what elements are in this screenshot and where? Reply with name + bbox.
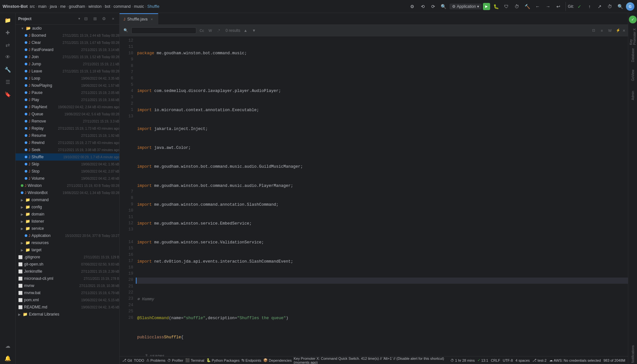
tree-file-readme[interactable]: ⬜ README.md 19/06/2022 04:42, 3.45 kB	[16, 304, 119, 311]
tree-file-play[interactable]: J Play 27/11/2021 15:19, 3.66 kB	[16, 96, 119, 103]
right-icon-notifications[interactable]: Notifications	[629, 344, 637, 364]
toolbar-btn-1[interactable]: ⚙	[408, 2, 417, 11]
tree-file-boomed[interactable]: J Boomed 27/11/2021 15:19, 2.44 kB Today…	[16, 32, 119, 39]
tree-file-winston[interactable]: J Winston 27/11/2021 15:19, 83 B Today 0…	[16, 182, 119, 189]
tree-folder-command[interactable]: ▶ 📁 command	[16, 196, 119, 203]
expand-all-btn[interactable]: ⊞	[91, 15, 98, 22]
toolbar-btn-2[interactable]: ⟲	[418, 2, 427, 11]
right-check-icon[interactable]: ✓	[629, 16, 637, 23]
search-multiline-btn[interactable]: ≡	[598, 27, 605, 34]
profile-btn[interactable]: ⏱	[512, 2, 521, 11]
search-word-btn[interactable]: W	[207, 27, 214, 34]
search-filter-btn[interactable]: ⚡	[615, 27, 622, 34]
tree-file-nowplaying[interactable]: J NowPlaying 19/06/2022 04:42, 1.57 kB	[16, 82, 119, 89]
search-everywhere-btn[interactable]: 🔍	[439, 2, 448, 11]
tree-folder-config[interactable]: ▶ 📁 config	[16, 203, 119, 211]
toolbar-btn-3[interactable]: ⟳	[429, 2, 438, 11]
tree-file-pause[interactable]: J Pause 27/11/2021 15:19, 2.05 kB	[16, 89, 119, 96]
tree-file-skip[interactable]: J Skip 19/06/2022 04:42, 1.95 kB	[16, 161, 119, 168]
tree-file-leave[interactable]: J Leave 27/11/2021 15:19, 1.18 kB Today …	[16, 68, 119, 75]
tree-file-remove[interactable]: J Remove 27/11/2021 15:19, 3.3 kB	[16, 118, 119, 125]
search-words-only-btn[interactable]: W	[606, 27, 614, 34]
run-button[interactable]: ▶	[483, 3, 490, 10]
status-charset[interactable]: UTF-8	[503, 358, 513, 362]
sidebar-icon-admin[interactable]: 🔧	[2, 64, 14, 75]
tree-file-playnext[interactable]: J PlayNext 19/06/2022 04:42, 2.64 kB 43 …	[16, 103, 119, 110]
app-config-button[interactable]: ⚙ Application ▾	[449, 4, 482, 9]
sidebar-icon-pull-requests[interactable]: ⇄	[2, 39, 14, 51]
search-regex-btn[interactable]: .*	[215, 27, 222, 34]
status-encoding[interactable]: CRLF	[491, 358, 500, 362]
tree-file-jenkinsfile[interactable]: ⬜ Jenkinsfile 27/11/2021 15:19, 2.39 kB	[16, 268, 119, 275]
tree-file-application[interactable]: J Application 15/10/2022 20:54, 377 B To…	[16, 232, 119, 239]
tree-folder-resources[interactable]: ▶ 📁 resources	[16, 239, 119, 246]
collapse-all-btn[interactable]: ⊟	[82, 15, 89, 22]
search-matchcase-btn[interactable]: Cc	[198, 27, 205, 34]
tree-file-winstonbot[interactable]: J WinstonBot 19/06/2022 04:42, 1.34 kB T…	[16, 189, 119, 196]
tree-file-replay[interactable]: J Replay 27/11/2021 15:19, 1.73 kB 43 mi…	[16, 125, 119, 132]
tree-file-loop[interactable]: J Loop 19/06/2022 04:42, 3.35 kB	[16, 75, 119, 82]
forward-btn[interactable]: →	[543, 2, 552, 11]
tree-folder-service[interactable]: ▶ 📁 service	[16, 225, 119, 232]
tree-file-mvnw[interactable]: ⬜ mvnw 27/11/2021 15:19, 10.38 kB	[16, 282, 119, 289]
sidebar-icon-goview[interactable]: 👁	[2, 51, 14, 63]
search-prev-btn[interactable]: ▲	[242, 27, 249, 34]
tab-shuffle-java[interactable]: J Shuffle.java ×	[120, 13, 158, 24]
tree-folder-domain[interactable]: ▶ 📁 domain	[16, 211, 119, 218]
tab-close-btn[interactable]: ×	[150, 17, 154, 21]
tree-file-fastforward[interactable]: J FastForward 27/11/2021 15:19, 3.14 kB	[16, 46, 119, 53]
git-history-btn[interactable]: ⏱	[605, 2, 614, 11]
tree-file-resume[interactable]: J Resume 27/11/2021 15:19, 1.92 kB	[16, 132, 119, 139]
status-dependencies[interactable]: 📦 Dependencies	[263, 358, 292, 362]
status-endpoints[interactable]: ⇆ Endpoints	[241, 358, 261, 362]
tree-file-queue[interactable]: J Queue 19/06/2022 04:42, 5.6 kB Today 0…	[16, 110, 119, 118]
sidebar-icon-structure[interactable]: ☰	[2, 76, 14, 88]
tree-file-mvnw-bat[interactable]: ⬜ mvnw.bat 27/11/2021 15:19, 6.79 kB	[16, 289, 119, 296]
status-branch[interactable]: ⎇ test-2	[532, 358, 547, 362]
tree-file-seek[interactable]: J Seek 27/11/2021 15:19, 3.08 kB 37 minu…	[16, 146, 119, 153]
tree-file-shuffle[interactable]: J Shuffle 19/10/2022 00:29, 1.7 kB A min…	[16, 153, 119, 161]
tree-folder-external-libraries[interactable]: ▶ 📁 External Libraries	[16, 311, 119, 318]
search-in-selection-btn[interactable]: ⊡	[590, 27, 597, 34]
status-memory[interactable]: 983 of 2048M	[604, 358, 625, 362]
tree-file-gitignore[interactable]: ⬜ .gitignore 27/11/2021 15:19, 129 B	[16, 254, 119, 261]
undo-btn[interactable]: ↩	[554, 2, 563, 11]
git-push-btn[interactable]: ↗	[595, 2, 604, 11]
right-icon-key-promoter[interactable]: Key Promoter X	[629, 25, 637, 45]
debug-btn[interactable]: 🐛	[491, 2, 500, 11]
tree-file-pom[interactable]: ⬜ pom.xml 19/06/2022 04:42, 5.15 kB	[16, 296, 119, 304]
search-icon-btn[interactable]: 🔍	[122, 27, 129, 34]
tree-file-stop[interactable]: J Stop 19/06/2022 04:42, 2.07 kB	[16, 168, 119, 175]
panel-close-btn[interactable]: ×	[110, 15, 117, 22]
tree-file-git-open[interactable]: ⬜ git-open.sh 07/06/2022 02:50, 9.83 kB	[16, 261, 119, 268]
status-python[interactable]: 🐍 Python Packages	[206, 358, 240, 362]
sidebar-icon-commit[interactable]: ✚	[2, 27, 14, 38]
sidebar-icon-notifications[interactable]: 🔔	[2, 352, 14, 364]
git-check-btn[interactable]: ✓	[575, 2, 584, 11]
tree-folder-audio[interactable]: ▼ 📂 audio	[16, 25, 119, 32]
status-aws[interactable]: ☁ AWS: No credentials selected	[549, 358, 601, 362]
back-btn[interactable]: ←	[533, 2, 542, 11]
status-problems[interactable]: ⚠ Problems	[146, 358, 165, 362]
status-git[interactable]: ⎇ Git	[122, 358, 132, 362]
code-content[interactable]: package me.goudham.winston.bot.command.m…	[136, 36, 628, 356]
search-input[interactable]	[131, 27, 196, 34]
sidebar-icon-aws[interactable]: ☁	[2, 340, 14, 352]
search-btn[interactable]: 🔍	[616, 2, 625, 11]
tree-folder-listener[interactable]: ▶ 📁 listener	[16, 218, 119, 225]
tree-file-volume[interactable]: J Volume 19/06/2022 04:42, 2.48 kB	[16, 175, 119, 182]
build-btn[interactable]: 🔨	[523, 2, 532, 11]
right-icon-admin[interactable]: Admin	[629, 86, 637, 105]
right-icon-database[interactable]: Database	[629, 46, 637, 65]
status-todo[interactable]: TODO	[134, 358, 144, 362]
tree-file-rewind[interactable]: J Rewind 27/11/2021 15:19, 2.77 kB 43 mi…	[16, 139, 119, 146]
sidebar-icon-project[interactable]: 📁	[2, 14, 14, 26]
tree-file-micronaut-cli[interactable]: ⬜ micronaut-cli.yml 27/11/2021 15:19, 27…	[16, 275, 119, 282]
tree-folder-target[interactable]: ▶ 📁 target	[16, 246, 119, 254]
coverage-btn[interactable]: 🛡	[502, 2, 511, 11]
status-profiler[interactable]: ⏱ Profiler	[167, 358, 183, 362]
status-indent[interactable]: 4 spaces	[515, 358, 530, 362]
search-close-btn[interactable]: ×	[623, 28, 625, 33]
search-next-btn[interactable]: ▼	[251, 27, 257, 34]
tree-file-clear[interactable]: J Clear 27/11/2021 15:19, 1.67 kB Today …	[16, 39, 119, 46]
